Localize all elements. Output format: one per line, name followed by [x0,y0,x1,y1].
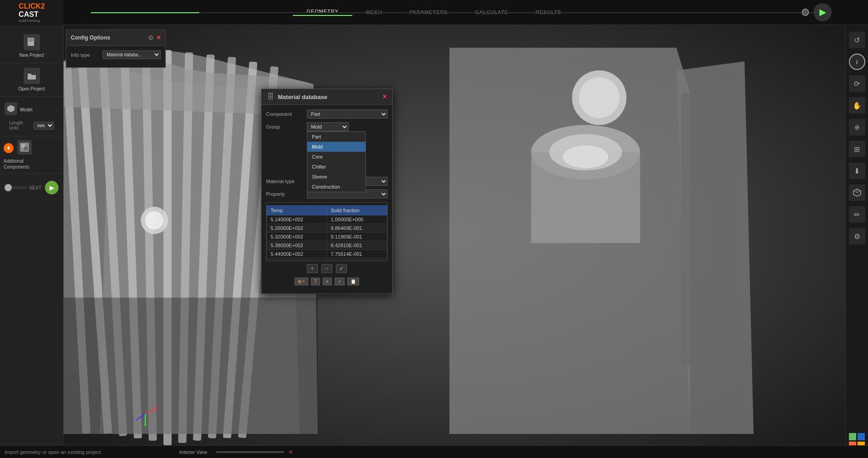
config-panel: Config Options ⚙ × Info type Material da… [66,30,166,68]
next-button[interactable]: ▶ [45,181,59,194]
table-row[interactable]: 5.44000E+0027.75614E-001 [267,250,387,259]
new-project-label: New Project [20,52,44,58]
cell-solid: 9.11969E-001 [327,233,387,241]
remove-row-button[interactable]: − [321,264,332,273]
status-text: Import geometry or open an existing proj… [5,449,102,455]
interior-view-slider[interactable] [216,451,284,453]
logo-cast: CAST [19,10,39,19]
col-solid: Solid fraction [327,206,387,215]
info-button[interactable]: i [849,54,865,70]
svg-text:y: y [144,423,147,427]
config-info-type-label: Info type [71,52,103,58]
sidebar: New Project Open Project Model Length un… [0,25,64,458]
config-header-icons: ⚙ × [148,34,161,42]
download-button[interactable]: ⬇ [849,163,865,179]
dropdown-core[interactable]: Core [307,152,365,162]
add-component-button[interactable]: + [4,143,14,153]
zoom-button[interactable]: ⊕ [849,119,865,135]
sidebar-item-new-project[interactable]: New Project [0,30,63,63]
dropdown-sleeve[interactable]: Sleeve [307,172,365,182]
modal-header: 🗄 Material database × [261,89,392,105]
sidebar-item-model[interactable]: Model [5,100,59,119]
viewport-svg [64,25,845,445]
toolbar-btn-4[interactable]: ✓ [335,278,345,285]
group-dropdown[interactable]: Part Mold Core Chiller Sleeve Constructi… [307,131,366,192]
length-units-select[interactable]: mm cm m [34,122,54,129]
add-row-button[interactable]: + [307,264,318,273]
interior-view-label: Interior View [179,449,207,455]
config-close-button[interactable]: × [157,34,161,42]
config-gear-icon[interactable]: ⚙ [148,34,154,41]
config-info-type-row: Info type Material databa... Geometry in… [71,50,161,59]
logo-click: CLICK2 [19,2,45,10]
next-btn-container: NEXT ▶ [0,176,63,199]
nav-circle [802,9,809,16]
refresh-button[interactable]: ⟳ [849,75,865,92]
cube-button[interactable] [849,184,865,201]
table-row[interactable]: 5.32000E+0029.11969E-001 [267,233,387,241]
table-row[interactable]: 5.38000E+0028.42810E-001 [267,241,387,250]
table-row[interactable]: 5.26000E+0029.86469E-001 [267,224,387,233]
dropdown-chiller[interactable]: Chiller [307,162,365,172]
config-title: Config Options [71,35,110,41]
dropdown-construction[interactable]: Construction [307,182,365,192]
color-green[interactable] [849,433,856,440]
sidebar-item-open-project[interactable]: Open Project [0,63,63,97]
reset-view-button[interactable]: ↺ [849,32,865,48]
modal-close-button[interactable]: × [383,93,387,101]
right-toolbar: ↺ i ⟳ ✋ ⊕ ⊞ ⬇ ✏ ⚙ [845,27,868,458]
svg-point-24 [563,145,608,168]
table-row[interactable]: 5.14000E+0021.00000E+000 [267,215,387,224]
svg-text:z: z [133,418,135,423]
edit-button[interactable]: ✏ [849,206,865,223]
nav-next-arrow[interactable]: ▶ [814,3,832,21]
topbar: CLICK2 CAST solidThinking GEOMETRY MESH … [0,0,868,25]
cell-solid: 7.75614E-001 [327,250,387,259]
dropdown-mold[interactable]: Mold [307,142,365,152]
svg-rect-6 [24,147,28,150]
database-icon: 🗄 [267,93,274,101]
model-icon [5,102,17,115]
interior-view-close[interactable]: × [289,448,292,456]
frame-button[interactable]: ⊞ [849,141,865,157]
group-label: Group [266,124,307,129]
config-header: Config Options ⚙ × [66,30,165,46]
component-label: Component [266,111,307,117]
svg-line-37 [853,191,857,193]
component-select[interactable]: Part [307,110,388,119]
modal-toolbar: ⊞+ T ≡ ✓ 📋 [266,276,388,289]
next-label: NEXT [29,185,41,190]
open-project-label: Open Project [18,86,44,92]
svg-point-27 [579,77,620,118]
group-select[interactable]: Part Mold Core Chiller Sleeve Constructi… [307,122,349,131]
svg-text:x: x [157,404,159,409]
svg-line-30 [136,413,145,420]
dropdown-part[interactable]: Part [307,132,365,142]
logo: CLICK2 CAST solidThinking [0,0,64,25]
bottom-bar: Import geometry or open an existing proj… [0,445,868,458]
toolbar-btn-1[interactable]: ⊞+ [295,278,308,285]
color-blue[interactable] [858,433,865,440]
data-table-container[interactable]: Temp Solid fraction 5.14000E+0021.00000E… [266,202,388,261]
toolbar-btn-3[interactable]: ≡ [323,278,332,285]
svg-marker-3 [7,105,15,112]
material-type-label: Material type [266,179,307,184]
toolbar-btn-5[interactable]: 📋 [347,278,359,285]
sidebar-item-additional-components[interactable]: + AdditionalComponents [0,136,63,174]
pan-button[interactable]: ✋ [849,97,865,114]
modal-actions: + − ✓ [266,261,388,276]
length-units-label: Length units [9,120,31,130]
property-label: Property [266,191,307,197]
config-info-type-select[interactable]: Material databa... Geometry info [103,50,161,59]
component-row: Component Part [266,110,388,119]
cell-temp: 5.26000E+002 [267,224,327,233]
toolbar-btn-2[interactable]: T [311,278,320,285]
data-table: Temp Solid fraction 5.14000E+0021.00000E… [266,205,387,261]
cell-solid: 9.86469E-001 [327,224,387,233]
config-body: Info type Material databa... Geometry in… [66,46,165,67]
settings-button[interactable]: ⚙ [849,228,865,244]
nav-progress-line [91,12,814,13]
confirm-button[interactable]: ✓ [336,264,347,273]
svg-rect-1 [29,39,33,40]
viewport[interactable]: x y z [64,25,845,445]
